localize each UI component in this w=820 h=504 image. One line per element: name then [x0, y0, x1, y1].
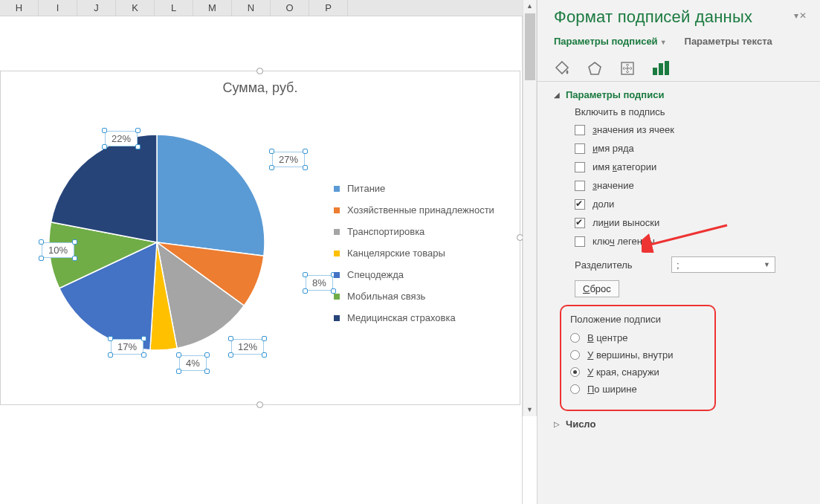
data-label[interactable]: 12% [231, 339, 264, 355]
selection-handle[interactable] [303, 149, 308, 154]
data-label[interactable]: 17% [111, 339, 143, 355]
tab-label-options[interactable]: Параметры подписей▼ [554, 36, 667, 47]
legend-swatch [334, 186, 340, 192]
selection-handle[interactable] [135, 144, 141, 149]
separator-dropdown[interactable]: ;▼ [671, 256, 775, 273]
legend-swatch [334, 272, 340, 278]
legend-label: Хозяйственные принадлежности [347, 204, 494, 216]
pie-chart[interactable]: 27%8%12%4%17%10%22% [30, 116, 283, 369]
legend-item[interactable]: Транспортировка [334, 226, 494, 237]
selection-handle[interactable] [72, 256, 77, 261]
reset-button[interactable]: Сброс [575, 280, 619, 297]
include-in-label-subhead: Включить в подпись [575, 106, 804, 117]
legend-label: Медицинская страховка [347, 312, 456, 323]
selection-handle[interactable] [72, 239, 77, 245]
legend-swatch [334, 229, 340, 235]
section-label-options[interactable]: ◢Параметры подписи [554, 89, 804, 100]
data-label[interactable]: 8% [306, 275, 333, 291]
selection-handle[interactable] [228, 352, 233, 358]
legend-swatch [334, 251, 340, 256]
fill-icon[interactable] [554, 60, 570, 77]
svg-marker-0 [589, 62, 601, 74]
legend-item[interactable]: Хозяйственные принадлежности [334, 204, 494, 216]
chart-icon[interactable] [652, 60, 670, 77]
selection-handle[interactable] [102, 128, 107, 133]
section-number[interactable]: ▷Число [554, 419, 804, 430]
selection-handle[interactable] [303, 165, 308, 170]
selection-handle[interactable] [269, 149, 274, 154]
legend-label: Питание [347, 183, 385, 194]
chart-title[interactable]: Сумма, руб. [1, 80, 520, 96]
selection-handle[interactable] [204, 352, 210, 358]
scroll-down-arrow[interactable]: ▼ [523, 404, 536, 416]
chk-cell-values[interactable]: значения из ячеек [575, 122, 804, 138]
column-header[interactable]: J [77, 0, 116, 16]
chart-object[interactable]: Сумма, руб. 27%8%12%4%17%10%22% ПитаниеХ… [0, 71, 520, 405]
legend-label: Мобильная связь [347, 291, 425, 302]
legend-swatch [334, 294, 340, 300]
legend-label: Транспортировка [347, 226, 424, 237]
radio-best-fit[interactable]: По ширине [570, 384, 706, 395]
legend[interactable]: ПитаниеХозяйственные принадлежностиТранс… [334, 183, 494, 334]
selection-handle[interactable] [135, 128, 141, 133]
column-headers: HIJKLMNOP [0, 0, 535, 16]
radio-inside-end[interactable]: У вершины, внутри [570, 349, 706, 361]
legend-item[interactable]: Медицинская страховка [334, 312, 494, 323]
selection-handle[interactable] [102, 144, 107, 149]
data-label[interactable]: 10% [42, 242, 74, 258]
legend-item[interactable]: Спецодежда [334, 269, 494, 280]
selection-handle[interactable] [204, 369, 210, 374]
effects-icon[interactable] [587, 60, 603, 77]
selection-handle[interactable] [303, 288, 308, 294]
selection-handle[interactable] [108, 336, 113, 341]
selection-handle[interactable] [141, 336, 146, 341]
legend-item[interactable]: Мобильная связь [334, 291, 494, 302]
column-header[interactable]: H [0, 0, 39, 16]
data-label[interactable]: 27% [272, 152, 305, 167]
selection-handle[interactable] [262, 336, 267, 341]
data-label[interactable]: 22% [105, 131, 138, 146]
column-header[interactable]: I [39, 0, 77, 16]
chk-series-name[interactable]: имя ряда [575, 140, 804, 156]
legend-label: Канцелярские товары [347, 248, 445, 259]
label-position-group: Положение подписи В центре У вершины, вн… [560, 305, 716, 411]
legend-item[interactable]: Питание [334, 183, 494, 194]
separator-label: Pазделитель [575, 259, 664, 271]
column-header[interactable]: M [193, 0, 232, 16]
annotation-arrow [642, 223, 731, 253]
legend-item[interactable]: Канцелярские товары [334, 248, 494, 259]
vertical-scrollbar[interactable]: ▲ ▼ [523, 0, 537, 416]
resize-handle[interactable] [256, 401, 263, 408]
data-label[interactable]: 4% [179, 355, 207, 371]
legend-label: Спецодежда [347, 269, 404, 280]
scroll-up-arrow[interactable]: ▲ [523, 0, 536, 13]
selection-handle[interactable] [269, 165, 274, 170]
pane-close-icon[interactable]: ▾✕ [793, 10, 807, 21]
pie-slice[interactable] [157, 135, 265, 256]
selection-handle[interactable] [39, 239, 44, 245]
selection-handle[interactable] [39, 256, 44, 261]
selection-handle[interactable] [108, 352, 113, 358]
tab-text-options[interactable]: Параметры текста [685, 36, 772, 47]
selection-handle[interactable] [262, 352, 267, 358]
scroll-thumb[interactable] [525, 13, 535, 80]
selection-handle[interactable] [176, 369, 181, 374]
column-header[interactable]: O [271, 0, 309, 16]
selection-handle[interactable] [141, 352, 146, 358]
chk-value[interactable]: значение [575, 178, 804, 193]
size-icon[interactable] [619, 60, 636, 77]
column-header[interactable]: K [116, 0, 155, 16]
legend-swatch [334, 315, 340, 321]
radio-center[interactable]: В центре [570, 332, 706, 343]
chk-percentage[interactable]: доли [575, 196, 804, 212]
resize-handle[interactable] [256, 68, 263, 74]
selection-handle[interactable] [228, 336, 233, 341]
selection-handle[interactable] [176, 352, 181, 358]
column-header[interactable]: P [309, 0, 348, 16]
column-header[interactable]: L [155, 0, 193, 16]
selection-handle[interactable] [303, 272, 308, 277]
format-pane: Формат подписей данных ▾✕ Параметры подп… [537, 0, 820, 504]
radio-outside-end[interactable]: У края, снаружи [570, 366, 706, 378]
column-header[interactable]: N [232, 0, 271, 16]
chk-category-name[interactable]: имя категории [575, 159, 804, 175]
